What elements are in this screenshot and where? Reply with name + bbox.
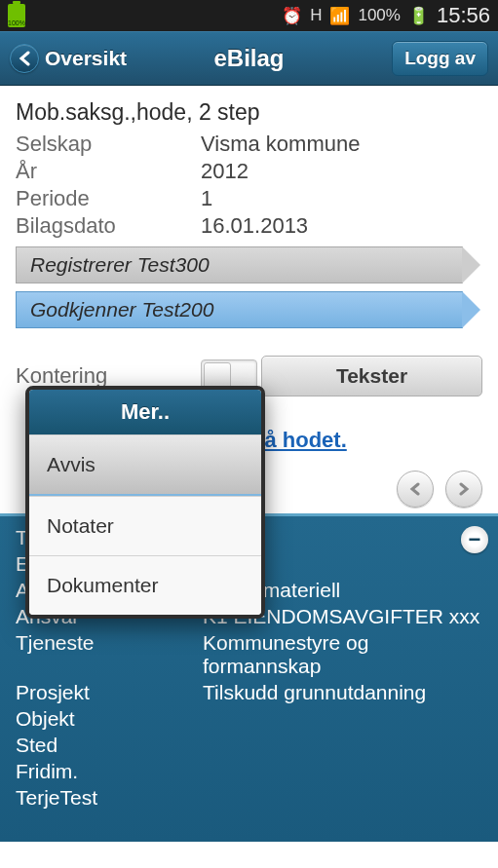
label-prosjekt: Prosjekt xyxy=(16,681,203,704)
value-sted xyxy=(203,734,482,757)
back-button[interactable]: Oversikt xyxy=(10,44,127,73)
clock: 15:56 xyxy=(437,3,490,28)
value-terjetest xyxy=(203,786,482,810)
network-type-icon: H xyxy=(310,6,322,25)
value-bilagsdato: 16.01.2013 xyxy=(201,213,308,239)
more-menu-title: Mer.. xyxy=(29,390,261,434)
app-navbar: Oversikt eBilag Logg av xyxy=(0,31,498,86)
value-fridim xyxy=(203,760,482,783)
android-status-bar: 100% ⏰ H 📶 100% 🔋 15:56 xyxy=(0,0,498,31)
menu-item-avvis[interactable]: Avvis xyxy=(29,434,261,496)
prev-line-button[interactable] xyxy=(397,471,434,508)
value-aar: 2012 xyxy=(201,159,249,184)
label-bilagsdato: Bilagsdato xyxy=(16,213,201,239)
workflow-step-godkjenner[interactable]: Godkjenner Test200 xyxy=(16,291,463,328)
label-tjeneste: Tjeneste xyxy=(16,631,203,678)
label-sted: Sted xyxy=(16,734,203,757)
logoff-button[interactable]: Logg av xyxy=(392,41,488,76)
battery-percent: 100% xyxy=(358,6,400,25)
value-objekt xyxy=(203,707,482,731)
value-prosjekt: Tilskudd grunnutdanning xyxy=(203,681,482,704)
signal-icon: 📶 xyxy=(329,6,350,26)
page-title: eBilag xyxy=(213,45,284,72)
label-fridim: Fridim. xyxy=(16,760,203,783)
workflow-step-registrerer: Registrerer Test300 xyxy=(16,246,463,283)
label-terjetest: TerjeTest xyxy=(16,786,203,810)
alarm-icon: ⏰ xyxy=(282,6,302,26)
chevron-left-icon xyxy=(10,44,39,73)
voucher-title: Mob.saksg.,hode, 2 step xyxy=(16,99,482,126)
menu-item-notater[interactable]: Notater xyxy=(29,496,261,555)
value-selskap: Visma kommune xyxy=(201,132,360,157)
label-aar: År xyxy=(16,159,201,184)
battery-icon: 🔋 xyxy=(408,6,429,26)
next-line-button[interactable] xyxy=(445,471,482,508)
collapse-button[interactable]: − xyxy=(461,526,488,553)
menu-item-dokumenter[interactable]: Dokumenter xyxy=(29,555,261,615)
tekst-hodet-link[interactable]: på hodet. xyxy=(251,428,347,452)
label-periode: Periode xyxy=(16,186,201,211)
value-periode: 1 xyxy=(201,186,212,211)
tekster-button[interactable]: Tekster xyxy=(261,356,482,396)
back-label: Oversikt xyxy=(45,47,127,70)
label-objekt: Objekt xyxy=(16,707,203,731)
battery-saver-icon: 100% xyxy=(8,4,25,27)
label-selskap: Selskap xyxy=(16,132,201,157)
value-tjeneste: Kommunestyre og formannskap xyxy=(203,631,482,678)
more-menu-popup: Mer.. Avvis Notater Dokumenter xyxy=(25,386,265,619)
